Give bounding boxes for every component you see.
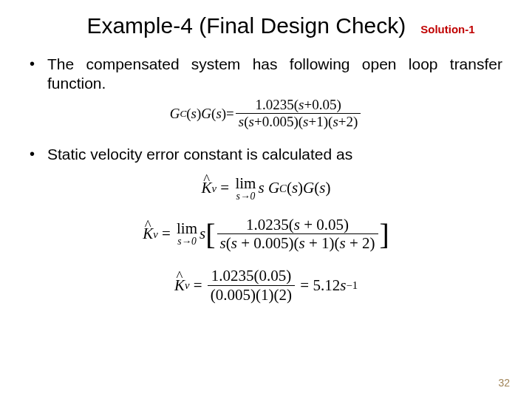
bullet-2: • Static velocity error constant is calc… xyxy=(30,145,502,164)
slide: Example-4 (Final Design Check) Solution-… xyxy=(0,0,532,399)
equation-2: Kv = lims→0 s GC(s)G(s) xyxy=(30,176,502,202)
bullet-text: The compensated system has following ope… xyxy=(47,55,502,92)
equation-3: Kv = lims→0 s [ 1.0235(s + 0.05) s(s + 0… xyxy=(30,216,502,252)
bullet-1: • The compensated system has following o… xyxy=(30,55,502,92)
equation-4: Kv = 1.0235(0.05) (0.005)(1)(2) = 5.12s−… xyxy=(30,267,502,303)
title-row: Example-4 (Final Design Check) Solution-… xyxy=(30,13,502,38)
slide-title: Example-4 (Final Design Check) xyxy=(86,13,406,38)
equation-1: GC(s)G(s)= 1.0235(s+0.05) s(s+0.005)(s+1… xyxy=(30,97,502,130)
solution-tag: Solution-1 xyxy=(420,23,474,35)
bullet-dot: • xyxy=(30,145,40,164)
bullet-dot: • xyxy=(30,55,40,92)
bullet-text: Static velocity error constant is calcul… xyxy=(47,145,352,164)
page-number: 32 xyxy=(498,377,510,389)
